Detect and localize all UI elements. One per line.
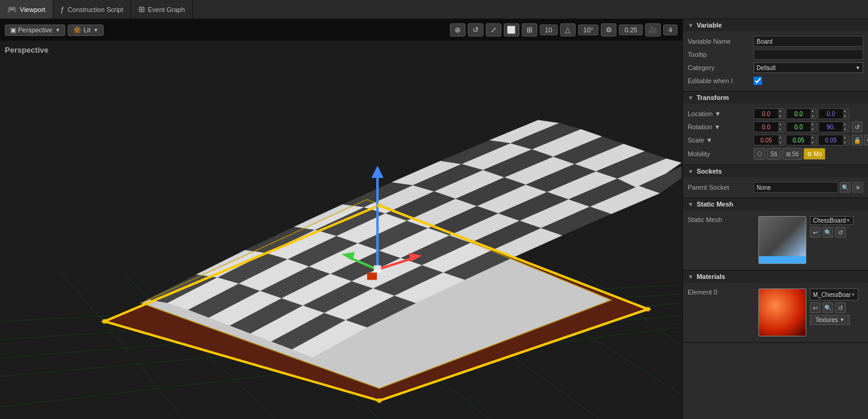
rotation-y-input[interactable] xyxy=(787,124,810,130)
tab-eventgraph[interactable]: ⊞ Event Graph xyxy=(131,0,193,19)
socket-clear-btn[interactable]: ✕ xyxy=(852,182,863,193)
parent-socket-label: Parent Socket xyxy=(688,184,754,191)
mesh-name-dropdown[interactable]: ChessBoard xyxy=(810,216,854,225)
lit-dropdown-btn[interactable]: 🔆 Lit xyxy=(68,25,104,36)
variable-section-content: Variable Name Tooltip Category Defau xyxy=(683,31,868,91)
scale-reset-btn[interactable]: ↺ xyxy=(864,135,868,145)
rotation-reset-btn[interactable]: ↺ xyxy=(852,122,863,132)
mesh-nav-back-btn[interactable]: ↩ xyxy=(810,227,821,238)
translate-btn[interactable]: ⊕ xyxy=(450,23,465,37)
variable-section: ▼ Variable Variable Name Tooltip xyxy=(683,19,868,92)
material-nav-back-btn[interactable]: ↩ xyxy=(810,302,821,313)
location-x-spinner[interactable]: ▲▼ xyxy=(778,108,784,119)
scale-row: Scale ▼ ▲▼ ▲▼ xyxy=(685,133,866,147)
variable-arrow: ▼ xyxy=(688,22,694,29)
scale-x-input[interactable] xyxy=(754,137,778,144)
svg-point-97 xyxy=(646,306,651,311)
cube-btn[interactable]: ⬜ xyxy=(504,23,519,37)
rotation-x-input[interactable] xyxy=(754,124,778,130)
mobility-radio-btn[interactable] xyxy=(754,148,766,160)
mobility-static-label: Sti xyxy=(770,151,778,157)
material-reset-btn[interactable]: ↺ xyxy=(835,302,846,313)
location-z-input[interactable] xyxy=(819,111,843,117)
textures-dropdown-btn[interactable]: Textures xyxy=(810,315,850,325)
parent-socket-value: 🔍 ✕ xyxy=(754,182,863,193)
scale-y-input[interactable] xyxy=(787,137,810,144)
location-row: Location ▼ ▲▼ ▲▼ xyxy=(685,107,866,120)
rotation-dropdown-icon[interactable]: ▼ xyxy=(714,123,721,130)
rotation-x-spinner[interactable]: ▲▼ xyxy=(778,122,784,132)
scale-btn[interactable]: ⤢ xyxy=(486,23,501,37)
viewport-canvas[interactable]: Perspective xyxy=(0,41,682,419)
variable-section-title: Variable xyxy=(697,22,722,29)
perspective-label-btn: Perspective xyxy=(18,26,52,34)
tooltip-input[interactable] xyxy=(754,49,863,60)
scale-x-spinner[interactable]: ▲▼ xyxy=(778,135,784,145)
material-search-btn[interactable]: 🔍 xyxy=(822,302,833,313)
scale-z-input[interactable] xyxy=(819,137,843,144)
mesh-reset-btn[interactable]: ↺ xyxy=(835,227,846,238)
snap-angle-icon[interactable]: △ xyxy=(560,23,576,37)
parent-socket-input[interactable] xyxy=(754,182,838,193)
rotation-z-input[interactable] xyxy=(819,124,843,130)
svg-point-96 xyxy=(377,203,382,208)
materials-section-header[interactable]: ▼ Materials xyxy=(683,271,868,283)
editable-checkbox[interactable] xyxy=(754,77,762,85)
location-z-spinner[interactable]: ▲▼ xyxy=(843,108,849,119)
perspective-dropdown-btn[interactable]: ▣ Perspective xyxy=(5,25,65,36)
sockets-section-header[interactable]: ▼ Sockets xyxy=(683,165,868,177)
mesh-search-btn[interactable]: 🔍 xyxy=(822,227,833,238)
svg-point-95 xyxy=(102,319,107,324)
snap-icon[interactable]: ⚙ xyxy=(601,23,616,37)
rotation-z-spinner[interactable]: ▲▼ xyxy=(843,122,849,132)
location-inputs: ▲▼ ▲▼ ▲▼ xyxy=(754,108,863,119)
camera-icon-btn[interactable]: 🎥 xyxy=(645,23,661,37)
material-actions: ↩ 🔍 ↺ xyxy=(810,302,858,313)
eventgraph-icon: ⊞ xyxy=(138,5,145,14)
transform-section-content: Location ▼ ▲▼ ▲▼ xyxy=(683,104,868,165)
category-row: Category Default xyxy=(685,61,866,74)
tab-construction[interactable]: ƒ Construction Script xyxy=(53,0,131,19)
variable-name-label: Variable Name xyxy=(688,38,754,45)
material-element0-row: Element 0 M_ChessBoar ↩ 🔍 ↺ xyxy=(685,286,866,339)
scale-dropdown-icon[interactable]: ▼ xyxy=(706,136,713,144)
location-z-field: ▲▼ xyxy=(818,108,849,119)
scale-y-spinner[interactable]: ▲▼ xyxy=(810,135,816,145)
mobility-static-btn[interactable]: Sti xyxy=(767,148,781,160)
material-name-label: M_ChessBoar xyxy=(813,292,851,298)
snap-value-btn[interactable]: 0.25 xyxy=(619,25,642,35)
tab-viewport[interactable]: 🎮 Viewport xyxy=(0,0,53,19)
mobility-stationary-row[interactable]: ⊞ Sti xyxy=(782,148,803,160)
socket-search-btn[interactable]: 🔍 xyxy=(840,182,851,193)
grid-value-btn[interactable]: 10 xyxy=(540,25,558,35)
transform-section-header[interactable]: ▼ Transform xyxy=(683,92,868,104)
tab-viewport-label: Viewport xyxy=(20,6,46,13)
viewport-panel: ▣ Perspective 🔆 Lit ⊕ ↺ ⤢ ⬜ ⊞ 10 △ 10° ⚙… xyxy=(0,19,682,419)
angle-value-btn[interactable]: 10° xyxy=(578,25,599,35)
scene-svg xyxy=(0,41,682,419)
location-y-input[interactable] xyxy=(787,111,810,117)
viewport-icon: 🎮 xyxy=(7,5,17,14)
grid-btn[interactable]: ⊞ xyxy=(522,23,537,37)
scale-lock-btn[interactable]: 🔒 xyxy=(852,135,863,145)
static-mesh-section-header[interactable]: ▼ Static Mesh xyxy=(683,198,868,210)
variable-name-input[interactable] xyxy=(754,36,863,47)
angle-value-label: 10° xyxy=(583,26,594,34)
category-dropdown[interactable]: Default xyxy=(754,62,863,73)
variable-section-header[interactable]: ▼ Variable xyxy=(683,19,868,31)
location-y-spinner[interactable]: ▲▼ xyxy=(810,108,816,119)
mobility-movable-btn[interactable]: ⚙ Mo xyxy=(803,148,825,160)
rotation-inputs: ▲▼ ▲▼ ▲▼ ↺ xyxy=(754,122,863,132)
viewport-toolbar: ▣ Perspective 🔆 Lit ⊕ ↺ ⤢ ⬜ ⊞ 10 △ 10° ⚙… xyxy=(0,19,682,41)
rotate-btn[interactable]: ↺ xyxy=(468,23,483,37)
rotation-y-spinner[interactable]: ▲▼ xyxy=(810,122,816,132)
tooltip-value xyxy=(754,49,863,60)
material-name-dropdown[interactable]: M_ChessBoar xyxy=(810,289,858,300)
location-x-input[interactable] xyxy=(754,111,778,117)
camera-value-btn[interactable]: 4 xyxy=(663,25,678,35)
mesh-preview xyxy=(759,217,806,263)
scale-z-spinner[interactable]: ▲▼ xyxy=(843,135,849,145)
location-dropdown-icon[interactable]: ▼ xyxy=(715,110,721,117)
mobility-stationary-label: Sti xyxy=(792,151,799,157)
materials-section: ▼ Materials Element 0 M_ChessBoar xyxy=(683,271,868,343)
